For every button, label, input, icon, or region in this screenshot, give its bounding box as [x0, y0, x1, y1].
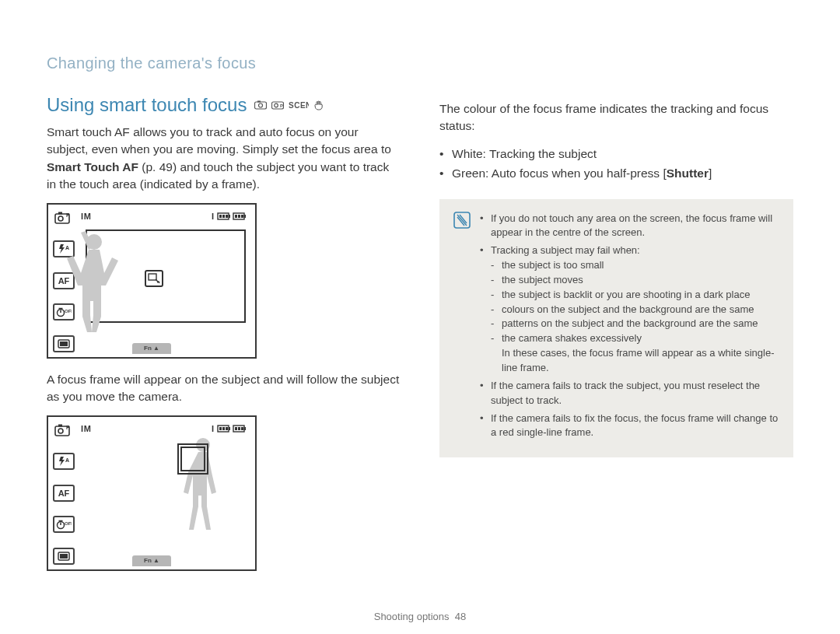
focus-frame-double: [177, 443, 208, 475]
svg-rect-27: [238, 215, 240, 218]
svg-point-1: [259, 103, 263, 107]
mode-indicator-icon: P: [53, 209, 75, 226]
svg-rect-28: [241, 215, 243, 218]
status-item-white: White: Tracking the subject: [439, 145, 793, 164]
status-intro: The colour of the focus frame indicates …: [439, 100, 793, 135]
note-box: If you do not touch any area on the scre…: [439, 199, 793, 458]
status-list: White: Tracking the subject Green: Auto …: [439, 145, 793, 184]
svg-rect-22: [222, 215, 225, 218]
camera-screen-illustration-1: P A AF OFF I M I: [47, 203, 257, 359]
svg-rect-52: [241, 427, 243, 430]
svg-text:P: P: [66, 425, 70, 430]
timer-off-button: OFF: [53, 516, 75, 533]
svg-text:A: A: [65, 457, 69, 463]
svg-text:P: P: [280, 103, 283, 108]
footer-page-number: 48: [455, 611, 466, 622]
note-subitem: the subject is too small: [491, 258, 779, 273]
svg-point-32: [58, 429, 63, 433]
svg-rect-45: [219, 427, 222, 430]
svg-point-8: [58, 216, 63, 221]
note-subitem: the camera shakes excessively: [491, 331, 779, 346]
svg-rect-44: [229, 427, 230, 430]
status-item-green: Green: Auto focus when you half-press [S…: [439, 164, 793, 184]
svg-rect-33: [58, 424, 62, 426]
camera-screen-illustration-2: P A AF OFF I M I: [47, 415, 257, 571]
svg-rect-26: [235, 215, 237, 218]
note-subitem: the subject moves: [491, 273, 779, 288]
bold-term: Shutter: [667, 166, 709, 180]
note-trailing-text: In these cases, the focus frame will app…: [491, 346, 779, 376]
mid-paragraph: A focus frame will appear on the subject…: [47, 371, 401, 406]
svg-rect-54: [178, 444, 208, 474]
camera-mode-icon: [254, 100, 267, 110]
note-content: If you do not touch any area on the scre…: [480, 212, 779, 444]
svg-rect-2: [257, 101, 261, 103]
shots-remaining: I M: [81, 424, 91, 433]
manual-page: Changing the camera's focus Using smart …: [0, 0, 840, 634]
camera-p-mode-icon: P: [271, 100, 284, 110]
svg-rect-9: [58, 212, 62, 214]
svg-rect-46: [222, 427, 225, 430]
svg-rect-23: [226, 215, 228, 218]
svg-rect-49: [244, 427, 246, 430]
scene-mode-icon: SCENE: [289, 100, 309, 110]
svg-rect-25: [244, 215, 246, 218]
svg-rect-50: [235, 427, 237, 430]
left-column: Using smart touch focus P SCENE Smart to…: [47, 94, 401, 583]
svg-rect-51: [238, 427, 240, 430]
intro-paragraph: Smart touch AF allows you to track and a…: [47, 124, 401, 194]
note-icon: [453, 212, 471, 444]
breadcrumb: Changing the camera's focus: [47, 54, 793, 72]
fn-tab: Fn ▲: [132, 343, 171, 354]
display-button: [53, 335, 75, 352]
text-run: Green: Auto focus when you half-press [: [452, 166, 667, 180]
svg-text:SCENE: SCENE: [289, 101, 309, 110]
footer-section: Shooting options: [374, 611, 450, 622]
display-button: [53, 548, 75, 565]
note-subitem: patterns on the subject and the backgrou…: [491, 317, 779, 331]
svg-text:I: I: [212, 212, 214, 221]
text-run: Smart touch AF allows you to track and a…: [47, 125, 391, 156]
right-column: The colour of the focus frame indicates …: [439, 94, 793, 583]
bold-term: Smart Touch AF: [47, 160, 138, 173]
note-item: If you do not touch any area on the scre…: [480, 212, 779, 241]
note-subitem: the subject is backlit or you are shooti…: [491, 288, 779, 303]
note-item: If the camera fails to track the subject…: [480, 379, 779, 408]
shots-remaining: I M: [81, 212, 91, 221]
text-run: Tracking a subject may fail when:: [491, 244, 640, 256]
flash-auto-button: A: [53, 453, 75, 470]
svg-rect-21: [219, 215, 222, 218]
svg-rect-30: [149, 274, 156, 280]
section-heading: Using smart touch focus: [47, 94, 247, 116]
touch-target-icon: [145, 270, 163, 287]
note-item: If the camera fails to fix the focus, th…: [480, 412, 779, 441]
svg-point-4: [275, 103, 278, 107]
svg-text:P: P: [66, 212, 70, 218]
svg-text:OFF: OFF: [65, 521, 72, 526]
svg-rect-47: [226, 427, 228, 430]
text-run: ]: [709, 166, 712, 180]
viewport: [82, 228, 249, 337]
person-silhouette: [67, 228, 129, 337]
left-button-strip: P A AF OFF: [53, 422, 76, 565]
two-column-layout: Using smart touch focus P SCENE Smart to…: [47, 94, 793, 583]
mode-indicator-icon: P: [53, 422, 75, 439]
svg-rect-55: [181, 447, 205, 471]
page-footer: Shooting options 48: [0, 611, 840, 622]
status-bar: I M I: [81, 209, 249, 223]
mode-icons: P SCENE: [254, 100, 324, 110]
svg-rect-41: [60, 554, 68, 559]
battery-icon: I: [212, 211, 249, 222]
note-item: Tracking a subject may fail when: the su…: [480, 243, 779, 376]
hand-mode-icon: [313, 100, 324, 110]
af-button: AF: [53, 485, 75, 502]
svg-rect-17: [60, 342, 68, 346]
heading-row: Using smart touch focus P SCENE: [47, 94, 401, 116]
svg-rect-0: [255, 102, 267, 109]
svg-rect-20: [229, 215, 230, 218]
viewport: [82, 440, 249, 549]
fn-tab: Fn ▲: [132, 555, 171, 566]
note-subitem: colours on the subject and the backgroun…: [491, 303, 779, 317]
note-sublist: the subject is too small the subject mov…: [491, 258, 779, 346]
